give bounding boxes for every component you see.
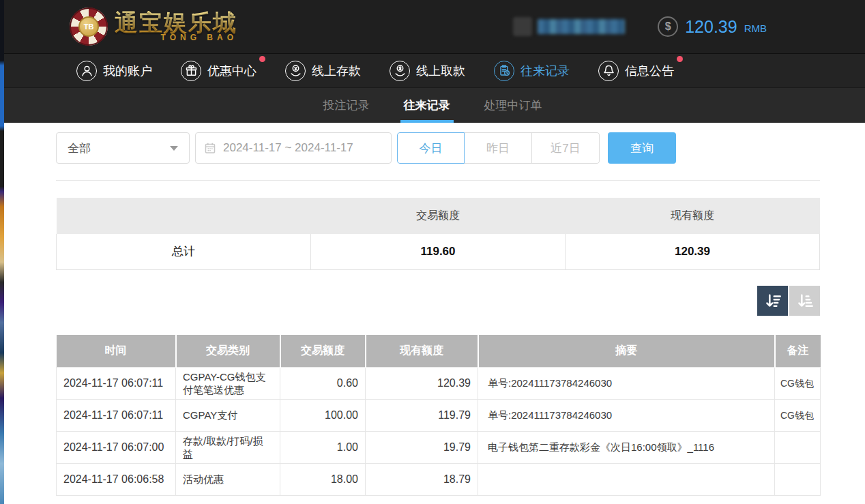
cell-note	[775, 432, 821, 464]
cell-summary: 电子钱包第二重存款彩金《次日16:00领取》_1116	[478, 432, 775, 464]
main-nav: 我的账户 优惠中心 线上存款 线上取款 往来记录	[0, 53, 865, 87]
left-edge-decoration	[0, 0, 4, 504]
filter-row: 全部 2024-11-17 ~ 2024-11-17 今日 昨日 近7日 查询	[56, 132, 820, 164]
username-blur	[538, 19, 625, 34]
nav-label: 我的账户	[103, 63, 152, 79]
cell-category: CGPAY支付	[176, 400, 280, 432]
col-header-note: 备注	[775, 335, 821, 368]
nav-item-promotions[interactable]: 优惠中心	[181, 61, 256, 81]
nav-label: 优惠中心	[207, 63, 256, 79]
cell-time: 2024-11-17 06:06:58	[57, 464, 176, 496]
deposit-icon	[285, 61, 306, 81]
nav-label: 信息公告	[625, 63, 674, 79]
nav-item-deposit[interactable]: 线上存款	[285, 61, 361, 81]
balance-currency: RMB	[744, 23, 767, 34]
bell-icon	[598, 61, 619, 81]
nav-item-my-account[interactable]: 我的账户	[76, 61, 152, 81]
table-row: 2024-11-17 06:07:11 CGPAY-CG钱包支付笔笔送优惠 0.…	[57, 368, 821, 400]
cell-category: 活动优惠	[176, 464, 280, 496]
cell-balance: 19.79	[366, 432, 478, 464]
cell-amount: 18.00	[280, 464, 366, 496]
cell-summary	[478, 464, 775, 496]
nav-item-transactions[interactable]: 往来记录	[494, 61, 570, 81]
nav-item-withdraw[interactable]: 线上取款	[390, 61, 465, 81]
records-header-row: 时间 交易类别 交易额度 现有额度 摘要 备注	[57, 335, 821, 368]
top-header: TB 通宝娱乐城 TONG BAO $ 120.39 RMB	[0, 0, 865, 53]
cell-category: CGPAY-CG钱包支付笔笔送优惠	[176, 368, 280, 400]
records-table: 时间 交易类别 交易额度 现有额度 摘要 备注 2024-11-17 06:07…	[56, 335, 821, 496]
summary-total-label: 总计	[57, 234, 311, 269]
tab-transaction-records[interactable]: 往来记录	[402, 88, 452, 123]
withdraw-icon	[390, 61, 410, 81]
sort-descending-button[interactable]	[757, 286, 788, 316]
summary-balance-total: 120.39	[566, 234, 820, 269]
sort-desc-icon	[764, 292, 782, 310]
tab-pending-orders[interactable]: 处理中订单	[482, 88, 544, 123]
notification-dot	[259, 56, 265, 62]
sort-asc-icon	[796, 292, 814, 310]
calendar-icon	[204, 142, 216, 154]
casino-chip-icon: TB	[70, 8, 108, 46]
col-header-balance: 现有额度	[366, 335, 478, 368]
user-icon	[76, 61, 97, 81]
nav-item-announcements[interactable]: 信息公告	[598, 61, 674, 81]
cell-time: 2024-11-17 06:07:11	[57, 368, 176, 400]
tab-betting-records[interactable]: 投注记录	[321, 88, 372, 123]
cell-time: 2024-11-17 06:07:00	[57, 432, 176, 464]
nav-label: 线上存款	[312, 63, 361, 79]
records-icon	[494, 61, 514, 81]
gift-icon	[181, 61, 201, 81]
summary-header-blank	[57, 198, 311, 234]
divider	[56, 180, 820, 181]
search-button[interactable]: 查询	[608, 132, 676, 164]
col-header-summary: 摘要	[478, 335, 775, 368]
balance-amount: 120.39	[685, 17, 737, 37]
type-select[interactable]: 全部	[56, 132, 190, 164]
nav-label: 线上取款	[416, 63, 465, 79]
cell-note: CG钱包	[775, 400, 821, 432]
cell-amount: 1.00	[280, 432, 366, 464]
table-row: 2024-11-17 06:07:11 CGPAY支付 100.00 119.7…	[57, 400, 821, 432]
summary-header-transaction: 交易额度	[311, 198, 566, 234]
cell-balance: 18.79	[366, 464, 478, 496]
sort-controls	[56, 286, 820, 316]
chevron-down-icon	[170, 146, 178, 151]
cell-balance: 119.79	[366, 400, 478, 432]
date-range-picker[interactable]: 2024-11-17 ~ 2024-11-17	[195, 132, 392, 164]
balance-display[interactable]: $ 120.39 RMB	[658, 16, 767, 37]
type-select-value: 全部	[68, 140, 91, 156]
chip-label: TB	[78, 16, 99, 37]
nav-label: 往来记录	[521, 63, 570, 79]
date-range-value: 2024-11-17 ~ 2024-11-17	[223, 141, 353, 155]
table-row: 2024-11-17 06:06:58 活动优惠 18.00 18.79	[57, 464, 821, 496]
summary-header-balance: 现有额度	[566, 198, 820, 234]
col-header-category: 交易类别	[176, 335, 280, 368]
cell-time: 2024-11-17 06:07:11	[57, 400, 176, 432]
col-header-amount: 交易额度	[280, 335, 366, 368]
cell-amount: 0.60	[280, 368, 366, 400]
cell-amount: 100.00	[280, 400, 366, 432]
cell-summary: 单号:202411173784246030	[478, 400, 775, 432]
quick-yesterday-button[interactable]: 昨日	[465, 132, 532, 164]
notification-dot	[677, 56, 683, 62]
summary-transaction-total: 119.60	[311, 234, 566, 269]
col-header-time: 时间	[57, 335, 176, 368]
quick-last7days-button[interactable]: 近7日	[532, 132, 600, 164]
username-redacted[interactable]	[513, 17, 625, 36]
summary-table: 交易额度 现有额度 总计 119.60 120.39	[56, 198, 820, 270]
main-content: 全部 2024-11-17 ~ 2024-11-17 今日 昨日 近7日 查询 …	[56, 132, 820, 496]
cell-note: CG钱包	[775, 368, 821, 400]
quick-today-button[interactable]: 今日	[397, 132, 465, 164]
cell-balance: 120.39	[366, 368, 478, 400]
cell-note	[775, 464, 821, 496]
sub-tabs: 投注记录 往来记录 处理中订单	[0, 87, 865, 123]
table-row: 2024-11-17 06:07:00 存款/取款/打码/损益 1.00 19.…	[57, 432, 821, 464]
summary-total-row: 总计 119.60 120.39	[57, 234, 820, 269]
quick-range-group: 今日 昨日 近7日	[397, 132, 600, 164]
dollar-circle-icon: $	[658, 16, 678, 37]
cell-category: 存款/取款/打码/损益	[176, 432, 280, 464]
site-logo[interactable]: TB 通宝娱乐城 TONG BAO	[70, 8, 237, 46]
user-avatar	[513, 17, 532, 36]
sort-ascending-button[interactable]	[789, 286, 820, 316]
cell-summary: 单号:202411173784246030	[478, 368, 775, 400]
